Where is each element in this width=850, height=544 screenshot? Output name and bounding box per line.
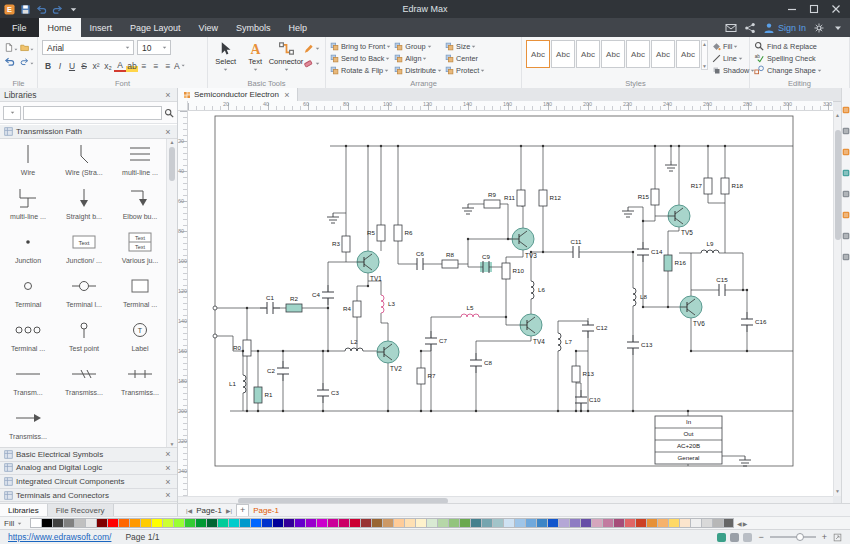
send-to-back-button[interactable]: Send to Back [330,52,392,64]
color-swatch-6[interactable] [85,518,96,528]
zoom-slider-thumb[interactable] [796,533,804,541]
close-icon[interactable]: × [163,490,173,500]
component-TV6[interactable]: TV6 [680,296,705,327]
undo-button[interactable] [4,56,19,67]
search-icon[interactable] [164,108,174,118]
component-C8[interactable]: C8 [470,353,492,373]
color-swatch-20[interactable] [239,518,250,528]
bold-button[interactable]: B [42,59,54,72]
minimize-button[interactable] [782,1,802,17]
library-item-14[interactable]: Test point [56,315,112,359]
component-L8[interactable]: L8 [633,288,647,306]
redo-button[interactable] [20,56,35,67]
task-panel-icon[interactable] [842,190,850,198]
library-item-15[interactable]: T Label [112,315,168,359]
style-sample-6[interactable]: Abc [651,40,675,68]
color-swatch-56[interactable] [635,518,646,528]
library-section-integrated-circuit-components[interactable]: Integrated Circuit Components × [0,475,177,489]
sign-in-button[interactable]: Sign In [763,22,806,34]
next-page-button[interactable]: ▶| [226,507,232,514]
clipart-panel-icon[interactable] [842,169,850,177]
component-R7[interactable]: R7 [417,368,436,384]
component-R5[interactable]: R5 [367,225,385,241]
subscript-button[interactable]: x₂ [102,59,114,72]
open-button[interactable] [20,42,35,53]
component-R11[interactable]: R11 [504,190,525,206]
component-L2[interactable]: L2 [345,338,363,351]
library-item-2[interactable]: Wire (Stra... [56,139,112,183]
edrawsoft-link[interactable]: https://www.edrawsoft.com/ [8,532,111,542]
fit-window-icon[interactable] [833,533,842,542]
component-R2[interactable]: R2 [286,295,302,312]
underline-button[interactable]: U [66,59,78,72]
library-item-3[interactable]: multi-line ... [112,139,168,183]
color-swatch-27[interactable] [316,518,327,528]
component-C3[interactable]: C3 [317,383,339,403]
protect-button[interactable]: Protect [445,64,486,76]
libraries-panel-icon[interactable] [842,148,850,156]
color-swatch-1[interactable] [30,518,41,528]
bullets-button[interactable]: ≡ [162,59,174,72]
color-swatch-30[interactable] [349,518,360,528]
panel-tab-libraries[interactable]: Libraries [0,504,48,516]
color-swatch-32[interactable] [371,518,382,528]
add-page-button[interactable]: + [236,504,249,517]
component-TV4[interactable]: TV4 [520,314,545,345]
color-swatch-31[interactable] [360,518,371,528]
color-swatch-35[interactable] [404,518,415,528]
note-panel-icon[interactable] [842,232,850,240]
component-C13[interactable]: C13 [627,335,653,355]
color-swatch-13[interactable] [162,518,173,528]
style-sample-7[interactable]: Abc [676,40,700,68]
new-document-button[interactable] [4,42,19,53]
component-C4[interactable]: C4 [312,285,334,305]
color-swatch-53[interactable] [602,518,613,528]
component-R17[interactable]: R17 [691,178,712,194]
view-grid-icon[interactable] [730,533,739,542]
library-item-11[interactable]: Terminal l... [56,271,112,315]
color-swatch-26[interactable] [305,518,316,528]
component-R10[interactable]: R10 [502,263,524,279]
component-R15[interactable]: R15 [638,189,659,205]
library-item-19[interactable]: Transmiss... [0,403,56,447]
close-icon[interactable]: × [163,477,173,487]
color-swatch-18[interactable] [217,518,228,528]
library-item-18[interactable]: Transmiss... [112,359,168,403]
schematic-border[interactable] [215,116,793,466]
color-swatch-46[interactable] [525,518,536,528]
font-size-select[interactable]: 10 [137,40,171,55]
color-swatch-62[interactable] [701,518,712,528]
redo-button[interactable] [52,4,63,15]
component-L3[interactable]: L3 [381,295,395,313]
color-swatch-54[interactable] [613,518,624,528]
component-L7[interactable]: L7 [558,333,572,351]
connector-tool-button[interactable]: Connector [271,40,301,77]
format-panel-icon[interactable] [842,106,850,114]
color-swatch-23[interactable] [272,518,283,528]
library-item-9[interactable]: TextText Various ju... [112,227,168,271]
style-gallery-scroll[interactable]: ▲▼ [701,40,708,70]
color-swatch-63[interactable] [712,518,723,528]
color-swatch-58[interactable] [657,518,668,528]
color-swatch-51[interactable] [580,518,591,528]
component-R1[interactable]: R1 [254,387,273,403]
component-R4[interactable]: R4 [343,301,361,317]
color-swatch-11[interactable] [140,518,151,528]
italic-button[interactable]: I [54,59,66,72]
component-TV2[interactable]: TV2 [377,341,402,372]
library-item-16[interactable]: Transm... [0,359,56,403]
color-swatch-38[interactable] [437,518,448,528]
more-fonts-button[interactable]: A [174,59,186,72]
library-item-4[interactable]: multi-line ... [0,183,56,227]
library-section-analog-and-digital-logic[interactable]: Analog and Digital Logic × [0,462,177,476]
color-swatch-34[interactable] [393,518,404,528]
color-swatch-29[interactable] [338,518,349,528]
color-swatch-21[interactable] [250,518,261,528]
library-search-input[interactable] [23,106,162,120]
save-button[interactable] [20,4,31,15]
component-R0[interactable]: R0 [233,340,251,356]
mail-icon[interactable] [725,22,737,34]
close-icon[interactable]: × [163,463,173,473]
color-swatch-61[interactable] [690,518,701,528]
ground-symbol[interactable] [622,207,634,217]
